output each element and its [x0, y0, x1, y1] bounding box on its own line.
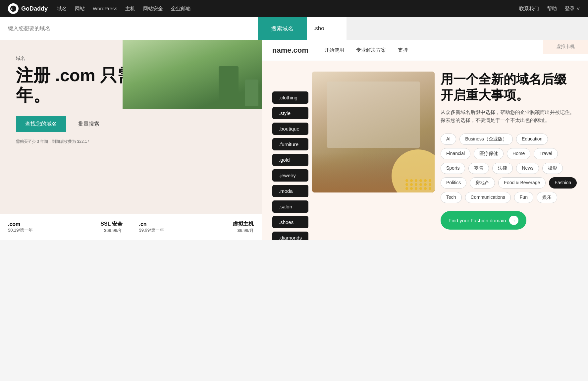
tag-boutique[interactable]: .boutique: [272, 123, 308, 135]
cat-healthcare[interactable]: 医疗保健: [474, 148, 504, 159]
main-content: 域名 注册 .com 只需 $0.19 /第 1 年。 查找您的域名 批量搜索 …: [0, 40, 588, 240]
namecom-image-area: .clothing .style .boutique .furniture .g…: [272, 72, 425, 230]
promo-disclaimer: 需购买至少 3 年期，到期后收费为 $22.17: [16, 139, 246, 144]
namecom-hero-title: 用一个全新的域名后缀开启重大事项。: [441, 72, 577, 103]
namecom-nav-support[interactable]: 支持: [398, 47, 408, 53]
feature-com-price: $69.99/年: [100, 228, 123, 234]
tld-suffix-display: .sho: [307, 17, 347, 40]
nav-hosting[interactable]: 主机: [125, 6, 135, 12]
godaddy-logo[interactable]: G GoDaddy: [8, 3, 48, 14]
find-fashion-domain-button[interactable]: Find your Fashion domain →: [441, 211, 526, 230]
cat-education[interactable]: Education: [516, 134, 548, 145]
tag-furniture[interactable]: .furniture: [272, 138, 308, 150]
cat-politics[interactable]: Politics: [441, 177, 466, 189]
cat-ai[interactable]: AI: [441, 134, 456, 145]
cat-home[interactable]: Home: [507, 148, 530, 159]
price-com: $0.19/第一年: [8, 227, 33, 233]
namecom-nav: name.com 开始使用 专业解决方案 支持 登录 ♡ 🛒: [262, 40, 588, 61]
namecom-nav-start[interactable]: 开始使用: [324, 47, 344, 53]
namecom-office-photo: [312, 72, 435, 192]
godaddy-main-nav: 域名 网站 WordPress 主机 网站安全 企业邮箱: [57, 6, 191, 12]
cat-travel[interactable]: Travel: [534, 148, 558, 159]
vps-promo: 虚拟卡机: [543, 40, 588, 54]
namecom-nav-links: 开始使用 专业解决方案 支持: [324, 47, 408, 53]
cat-fashion[interactable]: Fashion: [549, 177, 577, 189]
find-fashion-label: Find your Fashion domain: [449, 218, 506, 223]
godaddy-nav-right: 联系我们 帮助 登录 ∨: [519, 6, 580, 12]
cat-sports[interactable]: Sports: [441, 163, 465, 174]
nav-login[interactable]: 登录 ∨: [565, 6, 580, 12]
tag-salon[interactable]: .salon: [272, 200, 308, 213]
nav-help[interactable]: 帮助: [547, 6, 557, 12]
godaddy-logo-text: GoDaddy: [21, 5, 48, 12]
namecom-body: .clothing .style .boutique .furniture .g…: [262, 61, 588, 240]
namecom-nav-pro[interactable]: 专业解决方案: [356, 47, 386, 53]
namecom-panel: 虚拟卡机 name.com 开始使用 专业解决方案 支持 登录 ♡ 🛒: [262, 40, 588, 240]
nav-domain[interactable]: 域名: [57, 6, 67, 12]
tag-jewelry[interactable]: .jewelry: [272, 169, 308, 182]
tld-com: .com: [8, 221, 33, 227]
tld-tags-list: .clothing .style .boutique .furniture .g…: [272, 91, 308, 240]
namecom-logo[interactable]: name.com: [272, 46, 308, 55]
cat-retail[interactable]: 零售: [468, 163, 489, 174]
namecom-hero-desc: 从众多新域名后缀中选择，帮助您的企业脱颖而出并被记住。探索您的选择，不要满足于一…: [441, 108, 577, 124]
cat-legal[interactable]: 法律: [492, 163, 513, 174]
nav-wordpress[interactable]: WordPress: [93, 6, 117, 12]
godaddy-promo-panel: 域名 注册 .com 只需 $0.19 /第 1 年。 查找您的域名 批量搜索 …: [0, 40, 262, 240]
cat-news[interactable]: News: [516, 163, 539, 174]
search-button[interactable]: 搜索域名: [258, 17, 307, 40]
category-tags: AI Business（企业版） Education Financial 医疗保…: [441, 134, 577, 203]
find-fashion-arrow-icon: →: [509, 216, 518, 225]
domain-search-bar: 搜索域名 .sho: [0, 17, 588, 40]
cat-realestate[interactable]: 房地产: [470, 177, 495, 189]
nav-security[interactable]: 网站安全: [143, 6, 163, 12]
tag-shoes[interactable]: .shoes: [272, 216, 308, 228]
cat-fun[interactable]: Fun: [514, 192, 533, 203]
feature-cn-price: $6.99/月: [233, 228, 254, 234]
price-cn: $9.99/第一年: [139, 227, 164, 233]
feature-cn-label: 虚拟主机: [233, 221, 254, 228]
nav-website[interactable]: 网站: [75, 6, 85, 12]
svg-text:G: G: [11, 7, 14, 11]
nav-contact[interactable]: 联系我们: [519, 6, 539, 12]
godaddy-nav: G GoDaddy 域名 网站 WordPress 主机 网站安全 企业邮箱 联…: [0, 0, 588, 17]
find-domain-button[interactable]: 查找您的域名: [16, 116, 66, 132]
cat-entertainment[interactable]: 娱乐: [537, 192, 557, 203]
plant-image: [123, 40, 262, 109]
yellow-dots: [405, 179, 432, 190]
tag-diamonds[interactable]: .diamonds: [272, 232, 308, 240]
pricing-row-cn: .cn $9.99/第一年 虚拟主机 $6.99/月: [131, 214, 262, 240]
bulk-search-button[interactable]: 批量搜索: [72, 116, 106, 132]
cat-food[interactable]: Food & Beverage: [498, 177, 546, 189]
cat-business[interactable]: Business（企业版）: [459, 134, 513, 145]
cat-photography[interactable]: 摄影: [542, 163, 563, 174]
search-input[interactable]: [0, 17, 258, 40]
feature-com-label: SSL 安全: [100, 221, 123, 228]
tag-gold[interactable]: .gold: [272, 154, 308, 166]
cat-communications[interactable]: Communications: [465, 192, 511, 203]
godaddy-logo-icon: G: [8, 3, 19, 14]
tag-moda[interactable]: .moda: [272, 185, 308, 197]
pricing-row-com: .com $0.19/第一年 SSL 安全 $69.99/年: [0, 214, 131, 240]
namecom-text-area: 用一个全新的域名后缀开启重大事项。 从众多新域名后缀中选择，帮助您的企业脱颖而出…: [441, 72, 577, 230]
tld-cn: .cn: [139, 221, 164, 227]
nav-email[interactable]: 企业邮箱: [171, 6, 191, 12]
cat-financial[interactable]: Financial: [441, 148, 470, 159]
cta-buttons: 查找您的域名 批量搜索: [16, 116, 246, 132]
tag-clothing[interactable]: .clothing: [272, 91, 308, 104]
tag-style[interactable]: .style: [272, 107, 308, 119]
pricing-table: .com $0.19/第一年 SSL 安全 $69.99/年 .cn $9.99…: [0, 214, 262, 240]
cat-tech[interactable]: Tech: [441, 192, 462, 203]
